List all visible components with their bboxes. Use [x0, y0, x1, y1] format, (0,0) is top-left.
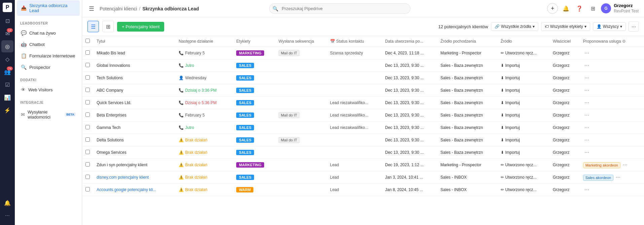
row-more-button[interactable]: ⋯ [583, 87, 591, 94]
sidebar-icon-contacts[interactable]: 👥 74 [1, 66, 13, 78]
row-checkbox[interactable] [85, 100, 90, 104]
avatar[interactable]: G [601, 3, 611, 13]
sidebar-icon-home[interactable]: ⊡ [1, 15, 13, 27]
view-grid-button[interactable]: ⊞ [102, 21, 114, 32]
row-title-cell: Gamma Tech [93, 122, 175, 134]
created-date: Dec 19, 2023, 1:12 ... [385, 163, 424, 167]
row-more-button[interactable]: ⋯ [583, 137, 591, 143]
sidebar-icon-notifications[interactable]: 🔔 [1, 197, 13, 209]
col-next-action: Następne działanie [175, 36, 233, 47]
row-more-button[interactable]: ⋯ [583, 50, 591, 56]
row-label-cell: SALES [233, 122, 275, 134]
row-checkbox[interactable] [85, 175, 90, 179]
sidebar-icon-activities[interactable]: ☑ [1, 79, 13, 91]
action-date: Wednesday [185, 76, 206, 80]
menu-button[interactable]: ☰ [87, 4, 96, 14]
row-origin-cell: Sales - INBOX [437, 184, 497, 196]
origin-text: Sales - Baza zewnętrzn [440, 88, 483, 93]
row-action-cell: 📞 Jutro [175, 59, 233, 72]
help-button[interactable]: ❓ [574, 3, 585, 14]
row-more-button[interactable]: ⋯ [621, 162, 629, 168]
nav-item-messaging[interactable]: ✉ Wysyłanie wiadomości BETA [17, 107, 80, 122]
action-icon: 📞 [179, 113, 184, 118]
row-origin-cell: Sales - INBOX [437, 171, 497, 184]
source-text: Importuj [505, 63, 520, 68]
col-settings-icon[interactable]: ⚙ [622, 39, 626, 44]
title-text: Quick Services Ltd. [97, 100, 131, 105]
breadcrumb-parent: Potencjalni klienci [100, 6, 137, 11]
apps-button[interactable]: ⊞ [587, 3, 598, 14]
nav-item-chatbot[interactable]: 🤖 Chatbot [17, 39, 80, 50]
nav-item-chat[interactable]: 💬 Chat na żywo [17, 28, 80, 38]
source-text: Importuj [505, 100, 520, 105]
filter-labels-label: Wszystkie etykiety [550, 24, 583, 29]
action-item: 📞 Dzisiaj o 3:36 PM [179, 88, 229, 93]
add-lead-button[interactable]: + Potencjalny klient [117, 22, 164, 32]
row-title-cell: disney.com potencjalny klient [93, 171, 175, 184]
view-list-button[interactable]: ☰ [87, 21, 99, 32]
row-more-button[interactable]: ⋯ [583, 124, 591, 131]
nav-item-forms[interactable]: 📋 Formularze internetowe [17, 50, 80, 61]
col-created: Data utworzenia po... [382, 36, 437, 47]
nav-item-prospector[interactable]: 🔍 Prospector [17, 62, 80, 73]
search-input[interactable] [269, 3, 410, 14]
row-checkbox-cell [82, 171, 93, 184]
source-text: Importuj [505, 88, 520, 93]
row-status-cell: Lead niezakwalifiko... [327, 122, 382, 134]
row-checkbox[interactable] [85, 50, 90, 55]
table-row: Global Innovations 📞 Jutro SALES Dec 13,… [82, 59, 644, 72]
row-checkbox[interactable] [85, 162, 90, 167]
action-icon: 👤 [179, 76, 184, 80]
row-checkbox[interactable] [85, 113, 90, 117]
row-more-button[interactable]: ⋯ [583, 62, 591, 69]
row-more-button[interactable]: ⋯ [583, 112, 591, 119]
row-checkbox[interactable] [85, 88, 90, 92]
table-container: Tytuł Następne działanie Etykiety Wysłan… [82, 36, 644, 225]
title-text: Tech Solutions [97, 76, 123, 80]
row-source-cell: ✏ Utworzono ręcz... [497, 171, 550, 184]
row-more-button[interactable]: ⋯ [583, 149, 591, 156]
row-more-button[interactable]: ⋯ [583, 99, 591, 106]
title-link[interactable]: Accounts.google potencjalny kli... [97, 187, 156, 192]
sidebar-icon-mail[interactable]: ✉ 12 [1, 28, 13, 40]
action-date: February 5 [185, 51, 205, 55]
nav-item-inbox[interactable]: 📥 Skrzynka odbiorcza Lead [17, 0, 80, 16]
origin-text: Sales - Baza zewnętrzn [440, 76, 483, 80]
row-origin-cell: Sales - Baza zewnętrzn [437, 109, 497, 122]
source-text: Utworzono ręcz... [505, 163, 537, 167]
row-checkbox[interactable] [85, 187, 90, 191]
sidebar-icon-more[interactable]: ··· [1, 210, 13, 222]
row-checkbox[interactable] [85, 63, 90, 67]
row-more-button[interactable]: ⋯ [583, 75, 591, 81]
notifications-button[interactable]: 🔔 [561, 3, 571, 14]
row-action-cell: 📞 February 5 [175, 47, 233, 59]
table-row: Beta Enterprises 📞 February 5 SALES Mail… [82, 109, 644, 122]
row-sequence-cell [275, 171, 327, 184]
table-row: Mikado Bis lead 📞 February 5 MARKETING M… [82, 47, 644, 59]
sidebar-icon-automation[interactable]: ⚡ [1, 104, 13, 116]
row-checkbox[interactable] [85, 137, 90, 142]
row-proposed-cell: ⋯ [580, 134, 644, 146]
row-checkbox-cell [82, 47, 93, 59]
add-button[interactable]: + [547, 3, 558, 14]
row-more-button[interactable]: ⋯ [614, 174, 622, 181]
row-origin-cell: Sales - Baza zewnętrzn [437, 122, 497, 134]
row-action-cell: ⚠️ Brak działań [175, 171, 233, 184]
row-more-button[interactable]: ⋯ [583, 186, 591, 193]
filter-labels-button[interactable]: 🏷 Wszystkie etykiety ▾ [541, 22, 590, 31]
title-link[interactable]: disney.com potencjalny klient [97, 175, 149, 180]
nav-item-webvisitors[interactable]: 👁 Web Visitors [17, 84, 80, 95]
filter-owner-button[interactable]: 👤 Wszyscy ▾ [593, 22, 626, 31]
top-header: ☰ Potencjalni klienci / Skrzynka odbiorc… [82, 0, 644, 17]
sidebar-icon-leads[interactable]: ◎ [1, 40, 13, 52]
table-row: Zdun i syn potencjalny klient ⚠️ Brak dz… [82, 159, 644, 171]
filter-source-button[interactable]: 🔗 Wszystkie źródła ▾ [491, 22, 538, 31]
row-checkbox[interactable] [85, 125, 90, 129]
toolbar-more-button[interactable]: ⋯ [629, 21, 639, 32]
select-all-checkbox[interactable] [85, 39, 90, 43]
mail-badge: 12 [7, 28, 13, 32]
sidebar-icon-reports[interactable]: 📊 [1, 91, 13, 103]
row-checkbox[interactable] [85, 150, 90, 154]
sidebar-icon-deals[interactable]: ◇ [1, 53, 13, 65]
row-checkbox[interactable] [85, 75, 90, 80]
